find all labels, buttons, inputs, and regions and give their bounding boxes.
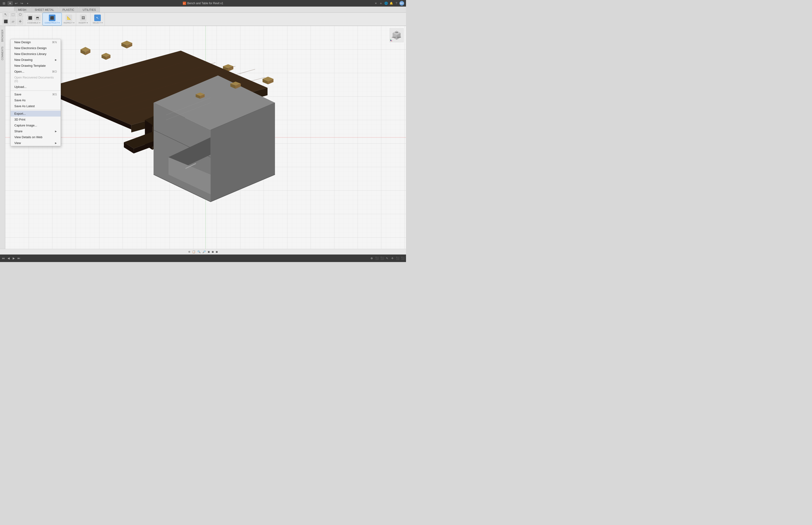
menu-upload-label: Upload...	[14, 85, 27, 89]
measure-tool[interactable]: 📐	[65, 15, 72, 21]
svg-text:F: F	[184, 3, 185, 4]
menu-capture-image-label: Capture Image...	[14, 124, 37, 127]
undo-button[interactable]: ↩	[14, 1, 18, 5]
menu-new-design[interactable]: New Design ⌘N	[11, 39, 61, 45]
menu-save-as[interactable]: Save As	[11, 97, 61, 103]
select-icons: ↖	[94, 15, 101, 21]
menu-save[interactable]: Save ⌘S	[11, 91, 61, 97]
status-icon-1[interactable]: ⊕	[188, 250, 190, 253]
select-label: SELECT ▾	[93, 21, 103, 24]
new-component-tool[interactable]: ⬛	[27, 15, 33, 21]
status-icon-4[interactable]: 🔎	[202, 250, 206, 253]
menu-view-label: View	[14, 141, 21, 145]
bottom-tool-4[interactable]: ↖	[385, 256, 389, 260]
bottom-pause-button[interactable]: ▶	[11, 256, 16, 260]
tab-sheet-metal[interactable]: SHEET METAL	[31, 7, 58, 13]
toolbar-group-inspect: 📐 INSPECT ▾	[62, 13, 76, 26]
menu-new-electronics-design-label: New Electronics Design	[14, 46, 47, 50]
sphere-tool[interactable]: ⬡	[17, 11, 24, 18]
notifications-button[interactable]: 🔔	[389, 1, 393, 5]
move-tool[interactable]: ✛	[17, 18, 24, 25]
menu-new-electronics-library-label: New Electronics Library	[14, 52, 47, 56]
status-icon-5[interactable]: ◼	[208, 250, 210, 253]
bottom-next-button[interactable]: ⏭	[16, 256, 21, 260]
status-icon-2[interactable]: 📋	[192, 250, 196, 253]
tab-plastic[interactable]: PLASTIC	[59, 7, 78, 13]
toolbar: ↖ ⬚ ⬡ ⬛ ▱ ✛ MODIFY ▾ ⬛ ⬒ ASSEMBLE ▾ ⬛ CO…	[0, 13, 406, 26]
menu-new-drawing-template[interactable]: New Drawing Template	[11, 63, 61, 69]
menu-export-label: Export...	[14, 112, 26, 115]
menu-share[interactable]: Share ▶	[11, 128, 61, 134]
menu-open-label: Open...	[14, 70, 25, 73]
sidebar-tab-comments[interactable]: COMMENTS	[1, 45, 4, 62]
bottom-tool-5[interactable]: ✛	[390, 256, 395, 260]
close-button[interactable]: ✕	[373, 1, 378, 5]
new-tab-button[interactable]: +	[379, 1, 383, 5]
bottom-tool-active[interactable]: ⬛	[395, 256, 400, 260]
sidebar-tab-browser[interactable]: BROWSER	[1, 28, 4, 44]
toolbar-group-assemble: ⬛ ⬒ ASSEMBLE ▾	[25, 13, 42, 26]
status-icon-6[interactable]: ◼	[212, 250, 214, 253]
menu-save-as-latest[interactable]: Save As Latest	[11, 103, 61, 109]
svg-text:RIGHT: RIGHT	[397, 37, 401, 38]
file-dropdown-button[interactable]: ▼	[7, 1, 13, 5]
tab-utilities[interactable]: UTILITIES	[79, 7, 100, 13]
assemble-icons: ⬛ ⬒	[27, 15, 41, 21]
status-icon-7[interactable]: ◼	[216, 250, 218, 253]
select-all-tool[interactable]: ↖	[94, 15, 101, 21]
plane-tool[interactable]: ⬛	[49, 15, 56, 21]
insert-tool[interactable]: 🖼	[80, 15, 87, 21]
menu-open[interactable]: Open... ⌘O	[11, 69, 61, 75]
select-tool[interactable]: ↖	[2, 11, 9, 18]
app-icon: F	[183, 2, 186, 5]
bottom-tool-1[interactable]: ⊕	[369, 256, 374, 260]
menu-new-design-label: New Design	[14, 41, 31, 44]
menu-save-shortcut: ⌘S	[52, 93, 57, 96]
menu-new-drawing-template-label: New Drawing Template	[14, 64, 46, 68]
bottom-tool-3[interactable]: ⬛	[380, 256, 384, 260]
bottom-tool-7[interactable]: ⬛	[400, 256, 405, 260]
menu-new-drawing[interactable]: New Drawing ▶	[11, 57, 61, 63]
menu-separator-2	[11, 110, 61, 110]
grid-menu-button[interactable]: ⊞	[2, 1, 6, 5]
menu-open-recovered[interactable]: Open Recovered Documents (0)	[11, 75, 61, 84]
box-select-tool[interactable]: ⬚	[10, 11, 16, 18]
3d-scene	[5, 26, 406, 249]
axis-indicator: TOP FRONT RIGHT	[389, 28, 404, 42]
bottom-play-button[interactable]: ⏮	[1, 256, 6, 260]
globe-button[interactable]: 🌐	[384, 1, 388, 5]
shell-tool[interactable]: ▱	[10, 18, 16, 25]
menu-upload[interactable]: Upload...	[11, 84, 61, 90]
insert-icons: 🖼	[80, 15, 87, 21]
menu-save-as-latest-label: Save As Latest	[14, 104, 35, 108]
dropdown-menu: New Design ⌘N New Electronics Design New…	[10, 39, 61, 146]
menu-capture-image[interactable]: Capture Image...	[11, 122, 61, 128]
menu-view[interactable]: View ▶	[11, 140, 61, 146]
canvas-area[interactable]: TOP FRONT RIGHT New Design ⌘N New Electr…	[5, 26, 406, 249]
left-sidebar: BROWSER COMMENTS	[0, 26, 5, 249]
bottom-prev-button[interactable]: ◀	[6, 256, 11, 260]
user-avatar[interactable]: MH	[399, 1, 404, 6]
inspect-label: INSPECT ▾	[63, 21, 74, 24]
title-bar: ⊞ ▼ ↩ ↪ ▾ F Bench and Table for Revit v1…	[0, 0, 406, 6]
menu-3d-print[interactable]: 3D Print	[11, 117, 61, 122]
bottom-tool-2[interactable]: ⬛	[374, 256, 379, 260]
redo-button[interactable]: ↪	[20, 1, 24, 5]
menu-new-electronics-library[interactable]: New Electronics Library	[11, 51, 61, 57]
menu-view-arrow: ▶	[55, 142, 57, 144]
menu-save-as-label: Save As	[14, 99, 26, 102]
menu-new-design-shortcut: ⌘N	[52, 41, 57, 44]
menu-view-details[interactable]: View Details on Web	[11, 134, 61, 140]
modify-icons: ↖ ⬚ ⬡	[2, 11, 24, 18]
status-icon-3[interactable]: 🔍	[197, 250, 201, 253]
help-button[interactable]: ?	[394, 1, 398, 5]
history-button[interactable]: ▾	[25, 1, 30, 5]
menu-export[interactable]: Export...	[11, 111, 61, 117]
svg-text:TOP: TOP	[395, 32, 398, 33]
title-bar-controls: ✕ + 🌐 🔔 ? MH	[373, 1, 404, 6]
joint-tool[interactable]: ⬒	[34, 15, 41, 21]
push-pull-tool[interactable]: ⬛	[2, 18, 9, 25]
menu-open-recovered-label: Open Recovered Documents (0)	[14, 76, 57, 83]
menu-new-electronics-design[interactable]: New Electronics Design	[11, 45, 61, 51]
toolbar-group-construct: ⬛ CONSTRUCT ▾	[43, 13, 62, 26]
